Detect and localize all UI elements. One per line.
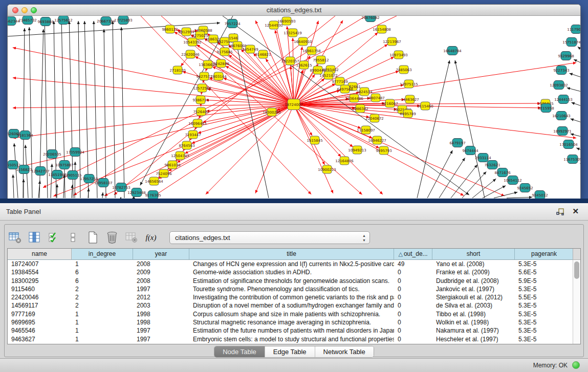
table-cell[interactable]: 14569117 <box>8 301 72 310</box>
table-cell[interactable]: 1 <box>72 326 133 335</box>
column-header-out_de[interactable]: △out_de... <box>394 249 432 259</box>
table-row[interactable]: 1872400712008Changes of HCN gene express… <box>8 260 580 268</box>
table-cell[interactable]: 1997 <box>133 285 189 293</box>
table-cell[interactable]: 5.3E-5 <box>515 310 574 318</box>
table-cell[interactable]: 1 <box>72 260 133 268</box>
table-cell[interactable]: Corpus callosum shape and size in male p… <box>189 310 394 318</box>
column-header-name[interactable]: name <box>8 249 72 259</box>
table-cell[interactable]: Changes of HCN gene expression and I(f) … <box>189 260 394 268</box>
graph-node-yellow[interactable]: 14463627 <box>401 95 419 103</box>
graph-node-teal[interactable]: 12942737 <box>31 167 50 176</box>
graph-node-teal[interactable]: 12093832 <box>550 81 568 90</box>
table-cell[interactable]: Tourette syndrome. Phenomenology and cla… <box>189 285 394 293</box>
graph-node-teal[interactable]: 12444153 <box>554 95 573 104</box>
table-row[interactable]: 969969511998Structural magnetic resonanc… <box>8 318 580 326</box>
table-cell[interactable]: 0 <box>394 335 432 343</box>
table-cell[interactable]: 6 <box>72 277 133 285</box>
table-cell[interactable]: 49 <box>394 260 432 268</box>
select-all-rows-icon[interactable] <box>47 230 61 245</box>
network-window-titlebar[interactable]: citations_edges.txt <box>8 5 580 16</box>
table-cell[interactable]: 0 <box>394 293 432 301</box>
graph-node-yellow[interactable]: 22420046 <box>181 50 200 58</box>
table-cell[interactable]: 18724007 <box>8 260 72 268</box>
graph-node-yellow[interactable]: 2718120 <box>169 66 185 74</box>
table-cell[interactable]: 2008 <box>133 277 189 285</box>
table-cell[interactable]: Genome-wide association studies in ADHD. <box>189 268 394 276</box>
table-body[interactable]: 1872400712008Changes of HCN gene express… <box>8 260 580 343</box>
graph-node-teal[interactable]: 9693884 <box>37 17 54 26</box>
graph-node-yellow[interactable]: 13325419 <box>284 29 302 37</box>
table-cell[interactable]: 5.6E-5 <box>515 268 574 276</box>
table-cell[interactable]: 1 <box>72 310 133 318</box>
table-cell[interactable]: 2003 <box>133 301 189 310</box>
table-cell[interactable]: 2 <box>72 285 133 293</box>
table-cell[interactable]: 5.5E-5 <box>515 293 574 301</box>
table-cell[interactable]: 1998 <box>133 310 189 318</box>
table-cell[interactable]: 1997 <box>133 335 189 343</box>
graph-node-yellow[interactable]: 7526402 <box>193 107 209 116</box>
graph-node-yellow[interactable]: 16640910 <box>294 37 312 46</box>
citation-network-graph[interactable]: 1332541916640910169617587955812132203571… <box>8 16 580 199</box>
column-header-short[interactable]: short <box>432 249 515 259</box>
table-cell[interactable]: 22420046 <box>8 293 72 301</box>
graph-node-teal[interactable]: 18992971 <box>553 127 572 136</box>
function-builder-icon[interactable]: f(x) <box>144 230 158 245</box>
table-cell[interactable]: 2008 <box>133 260 189 268</box>
table-cell[interactable]: 5.3E-5 <box>515 318 574 326</box>
table-cell[interactable]: Investigating the contribution of common… <box>189 293 394 301</box>
network-canvas[interactable]: 1332541916640910169617587955812132203571… <box>8 16 580 199</box>
table-cell[interactable]: 1 <box>72 335 133 343</box>
graph-node-yellow[interactable]: 12213967 <box>383 37 401 46</box>
graph-node-teal[interactable]: 6479197 <box>449 139 465 147</box>
close-panel-icon[interactable]: ✕ <box>572 207 579 216</box>
table-row[interactable]: 946554611997Estimation of the future num… <box>8 326 580 335</box>
graph-node-teal[interactable]: 15751874 <box>562 38 580 47</box>
table-cell[interactable]: Dudbridge et al. (2008) <box>432 277 515 285</box>
scrollbar-thumb[interactable] <box>574 261 579 279</box>
graph-node-yellow[interactable]: 9115460 <box>417 102 433 110</box>
table-cell[interactable]: 19384554 <box>8 268 72 276</box>
graph-node-teal[interactable]: 17359924 <box>66 148 84 157</box>
graph-node-yellow[interactable]: 12975115 <box>400 80 418 88</box>
table-cell[interactable]: 9465546 <box>8 326 72 335</box>
table-cell[interactable]: 2 <box>72 293 133 301</box>
table-cell[interactable]: 0 <box>394 318 432 326</box>
graph-node-teal[interactable]: 9227343 <box>553 66 569 75</box>
network-view-window[interactable]: citations_edges.txt 13325419166409101696… <box>7 4 581 199</box>
graph-node-yellow[interactable]: 1515845 <box>307 136 322 144</box>
column-header-year[interactable]: year <box>133 249 189 259</box>
table-cell[interactable]: Estimation of the future numbers of pati… <box>189 326 394 335</box>
graph-node-yellow[interactable]: 16096443 <box>188 119 207 127</box>
deselect-rows-icon[interactable] <box>66 230 80 245</box>
table-cell[interactable]: 9777169 <box>8 310 72 318</box>
graph-node-teal[interactable]: 17016504 <box>559 140 578 149</box>
graph-node-yellow[interactable]: 8764563 <box>179 141 194 149</box>
table-cell[interactable]: Yano et al. (2008) <box>432 260 515 268</box>
graph-node-yellow[interactable]: 7193447 <box>185 130 201 139</box>
column-header-title[interactable]: title <box>189 249 394 259</box>
delete-column-icon[interactable] <box>105 230 119 245</box>
show-columns-icon[interactable] <box>27 230 41 245</box>
graph-node-yellow[interactable]: 9175685 <box>216 48 232 56</box>
table-cell[interactable]: 1997 <box>133 326 189 335</box>
graph-node-teal[interactable]: 26876082 <box>361 16 380 22</box>
graph-node-teal[interactable]: 20206535 <box>43 150 61 159</box>
graph-node-yellow[interactable]: 7955812 <box>313 56 329 64</box>
table-cell[interactable]: Wolkin et al. (1998) <box>432 318 515 326</box>
table-cell[interactable]: 0 <box>394 310 432 318</box>
column-header-pagerank[interactable]: pagerank <box>515 249 574 259</box>
float-window-icon[interactable] <box>556 208 564 216</box>
table-cell[interactable]: 5.3E-5 <box>515 326 574 335</box>
column-header-in_degree[interactable]: in_degree <box>72 249 133 259</box>
table-cell[interactable]: 9115460 <box>8 285 72 293</box>
table-cell[interactable]: 18300295 <box>8 277 72 285</box>
graph-node-teal[interactable]: 11179012 <box>567 25 580 34</box>
table-cell[interactable]: Tibbo et al. (1998) <box>432 310 515 318</box>
table-cell[interactable]: 2 <box>72 301 133 310</box>
delete-table-icon-disabled[interactable] <box>124 230 139 245</box>
tab-node-table[interactable]: Node Table <box>214 346 265 357</box>
tab-network-table[interactable]: Network Table <box>315 346 374 357</box>
graph-node-teal[interactable]: 9329968 <box>558 52 574 60</box>
table-cell[interactable]: 5.3E-5 <box>515 285 574 293</box>
tab-edge-table[interactable]: Edge Table <box>265 346 315 357</box>
